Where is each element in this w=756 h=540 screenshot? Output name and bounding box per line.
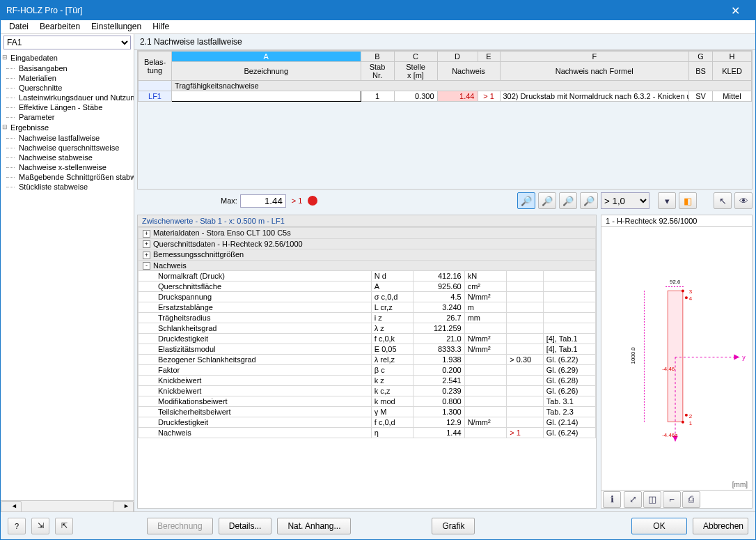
colormap-button[interactable]: ◧ <box>679 192 697 209</box>
preview-header: 1 - H-Rechteck 92.56/1000 <box>601 215 752 227</box>
svg-text:4: 4 <box>689 295 693 302</box>
nav-nw-querschnitt[interactable]: Nachweise querschnittsweise <box>1 143 134 153</box>
sidebar-hscroll[interactable]: ◄ ► <box>1 500 134 511</box>
results-grid[interactable]: Belas-tung A B C D E F G H Bezeichnung S… <box>137 50 753 190</box>
fail-face-icon <box>308 196 317 206</box>
nav-materialien[interactable]: Materialien <box>1 73 134 83</box>
case-selector[interactable]: FA1 <box>3 36 131 49</box>
svg-point-13 <box>685 414 688 417</box>
svg-marker-6 <box>734 355 739 360</box>
main-panel: 2.1 Nachweise lastfallweise Belas-tung A… <box>134 34 755 511</box>
close-button[interactable]: ✕ <box>719 1 751 20</box>
window-title: RF-HOLZ Pro - [Tür] <box>6 6 82 15</box>
filter-a-button[interactable]: 🔎 <box>517 192 535 209</box>
col-b[interactable]: B <box>361 52 394 62</box>
preview-unit: [mm] <box>732 481 748 488</box>
title-bar: RF-HOLZ Pro - [Tür] ✕ <box>1 1 755 20</box>
max-value-input[interactable] <box>240 194 286 208</box>
nav-querschnitte[interactable]: Querschnitte <box>1 83 134 93</box>
expand-icon[interactable]: + <box>143 240 150 248</box>
filter-d-button[interactable]: 🔎 <box>580 192 598 209</box>
svg-point-10 <box>682 289 684 292</box>
max-label: Max: <box>221 196 237 205</box>
details-panel: Zwischenwerte - Stab 1 - x: 0.500 m - LF… <box>137 215 597 509</box>
grid-group-row: Tragfähigkeitsnachweise <box>139 81 752 91</box>
col-d[interactable]: D <box>437 52 478 62</box>
expand-icon[interactable]: + <box>143 230 150 238</box>
nav-basisangaben[interactable]: Basisangaben <box>1 63 134 73</box>
nav-stueckliste[interactable]: Stückliste stabweise <box>1 182 134 192</box>
menu-settings[interactable]: Einstellungen <box>86 20 147 33</box>
footer: ? ⇲ ⇱ Berechnung Details... Nat. Anhang.… <box>1 511 755 539</box>
svg-text:y: y <box>742 354 746 361</box>
sidebar: FA1 Eingabedaten Basisangaben Materialie… <box>1 34 134 511</box>
nav-lasteinwirkung[interactable]: Lasteinwirkungsdauer und Nutzungsklasse <box>1 93 134 102</box>
view-iso-button[interactable]: ◫ <box>643 491 661 508</box>
filter-c-button[interactable]: 🔎 <box>559 192 577 209</box>
funnel-button[interactable]: ▾ <box>658 192 676 209</box>
nav-schnittgroessen[interactable]: Maßgebende Schnittgrößen stabweise <box>1 172 134 182</box>
grafik-button[interactable]: Grafik <box>432 518 475 534</box>
menu-file[interactable]: Datei <box>3 20 34 33</box>
nat-anhang-button[interactable]: Nat. Anhang... <box>277 518 351 534</box>
details-header: Zwischenwerte - Stab 1 - x: 0.500 m - LF… <box>138 215 596 227</box>
nav-eff-laengen[interactable]: Effektive Längen - Stäbe <box>1 102 134 112</box>
eye-button[interactable]: 👁 <box>734 192 753 209</box>
svg-text:1000.0: 1000.0 <box>630 347 636 364</box>
info-button[interactable]: ℹ <box>603 491 621 508</box>
preview-canvas[interactable]: 92.6 1000.0 y 3 4 <box>601 227 752 490</box>
section-title: 2.1 Nachweise lastfallweise <box>134 34 755 50</box>
svg-text:-4.46: -4.46 <box>662 366 675 372</box>
nav-tree: Eingabedaten Basisangaben Materialien Qu… <box>1 51 134 500</box>
nav-nw-stab[interactable]: Nachweise stabweise <box>1 153 134 162</box>
help-button[interactable]: ? <box>8 518 26 534</box>
collapse-icon[interactable]: - <box>143 262 150 270</box>
svg-text:2: 2 <box>689 413 692 419</box>
preview-toolbar: ℹ ⤢ ◫ ⌐ ⎙ <box>601 490 752 508</box>
tree-group-results[interactable]: Ergebnisse <box>1 122 134 133</box>
svg-rect-0 <box>668 291 683 422</box>
ok-button[interactable]: OK <box>631 518 687 534</box>
menu-bar: Datei Bearbeiten Einstellungen Hilfe <box>1 20 755 34</box>
tree-group-input[interactable]: Eingabedaten <box>1 52 134 63</box>
svg-point-11 <box>685 296 688 299</box>
grid-toolbar: Max: > 1 🔎 🔎 🔎 🔎 > 1,0 ▾ ◧ ↖ 👁 <box>137 192 753 209</box>
zoom-extents-button[interactable]: ⤢ <box>624 491 642 508</box>
svg-text:3: 3 <box>689 288 693 295</box>
max-flag: > 1 <box>289 196 306 205</box>
menu-help[interactable]: Hilfe <box>147 20 175 33</box>
section-preview: 1 - H-Rechteck 92.56/1000 92.6 1000.0 y <box>601 215 753 509</box>
grid-data-row[interactable]: LF1 1 0.300 1.44 > 1 302) Druckstab mit … <box>139 91 752 102</box>
details-button[interactable]: Details... <box>219 518 272 534</box>
expand-icon[interactable]: + <box>143 252 150 259</box>
col-a[interactable]: A <box>172 52 361 62</box>
svg-text:92.6: 92.6 <box>670 279 681 285</box>
pick-button[interactable]: ↖ <box>714 192 732 209</box>
view-axes-button[interactable]: ⌐ <box>663 491 681 508</box>
menu-edit[interactable]: Bearbeiten <box>34 20 86 33</box>
nav-parameter[interactable]: Parameter <box>1 112 134 122</box>
cancel-button[interactable]: Abbrechen <box>693 518 748 534</box>
svg-point-12 <box>682 421 684 424</box>
nav-nw-lastfall[interactable]: Nachweise lastfallweise <box>1 133 134 143</box>
col-e[interactable]: E <box>478 52 500 62</box>
export-a-button[interactable]: ⇲ <box>31 518 49 534</box>
ratio-filter-select[interactable]: > 1,0 <box>601 192 649 209</box>
nav-nw-xstelle[interactable]: Nachweise x-stellenweise <box>1 162 134 172</box>
filter-b-button[interactable]: 🔎 <box>538 192 556 209</box>
col-f[interactable]: F <box>500 52 689 62</box>
svg-text:-4.46z: -4.46z <box>662 432 677 438</box>
print-button[interactable]: ⎙ <box>682 491 700 508</box>
col-g[interactable]: G <box>689 52 713 62</box>
svg-text:1: 1 <box>689 420 693 426</box>
col-c[interactable]: C <box>394 52 437 62</box>
col-h[interactable]: H <box>713 52 752 62</box>
details-table[interactable]: +Materialdaten - Stora Enso CLT 100 C5s … <box>138 227 596 438</box>
export-b-button[interactable]: ⇱ <box>55 518 73 534</box>
calc-button[interactable]: Berechnung <box>147 518 213 534</box>
